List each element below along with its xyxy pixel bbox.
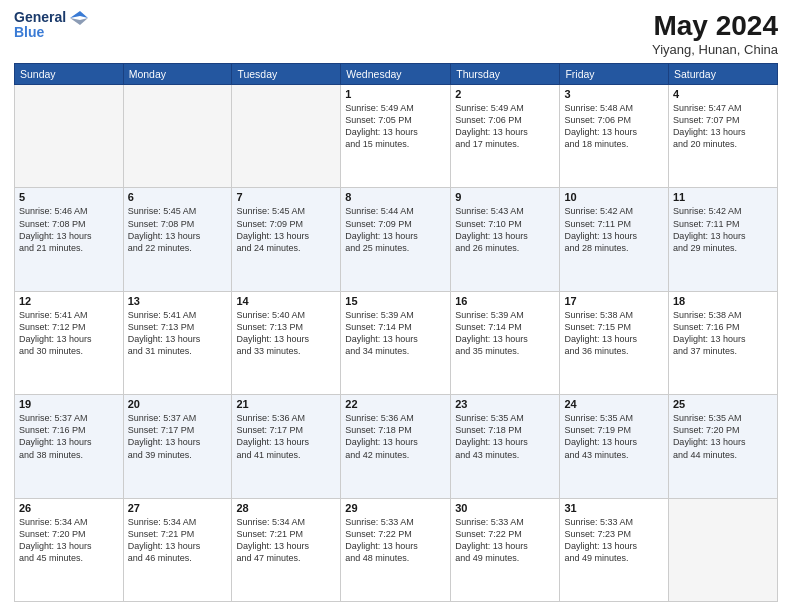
calendar-cell: 14Sunrise: 5:40 AM Sunset: 7:13 PM Dayli… bbox=[232, 291, 341, 394]
calendar-cell bbox=[15, 85, 124, 188]
cell-day-number: 20 bbox=[128, 398, 228, 410]
calendar-cell: 30Sunrise: 5:33 AM Sunset: 7:22 PM Dayli… bbox=[451, 498, 560, 601]
calendar-cell: 21Sunrise: 5:36 AM Sunset: 7:17 PM Dayli… bbox=[232, 395, 341, 498]
cell-info-text: Sunrise: 5:43 AM Sunset: 7:10 PM Dayligh… bbox=[455, 205, 555, 254]
cell-info-text: Sunrise: 5:44 AM Sunset: 7:09 PM Dayligh… bbox=[345, 205, 446, 254]
cell-day-number: 23 bbox=[455, 398, 555, 410]
week-row-4: 26Sunrise: 5:34 AM Sunset: 7:20 PM Dayli… bbox=[15, 498, 778, 601]
col-tuesday: Tuesday bbox=[232, 64, 341, 85]
cell-info-text: Sunrise: 5:35 AM Sunset: 7:18 PM Dayligh… bbox=[455, 412, 555, 461]
cell-info-text: Sunrise: 5:35 AM Sunset: 7:20 PM Dayligh… bbox=[673, 412, 773, 461]
cell-info-text: Sunrise: 5:41 AM Sunset: 7:12 PM Dayligh… bbox=[19, 309, 119, 358]
col-sunday: Sunday bbox=[15, 64, 124, 85]
col-monday: Monday bbox=[123, 64, 232, 85]
calendar-cell: 8Sunrise: 5:44 AM Sunset: 7:09 PM Daylig… bbox=[341, 188, 451, 291]
calendar-cell bbox=[232, 85, 341, 188]
cell-day-number: 29 bbox=[345, 502, 446, 514]
calendar-cell: 4Sunrise: 5:47 AM Sunset: 7:07 PM Daylig… bbox=[668, 85, 777, 188]
cell-info-text: Sunrise: 5:48 AM Sunset: 7:06 PM Dayligh… bbox=[564, 102, 663, 151]
calendar: Sunday Monday Tuesday Wednesday Thursday… bbox=[14, 63, 778, 602]
calendar-cell: 10Sunrise: 5:42 AM Sunset: 7:11 PM Dayli… bbox=[560, 188, 668, 291]
cell-info-text: Sunrise: 5:39 AM Sunset: 7:14 PM Dayligh… bbox=[455, 309, 555, 358]
calendar-cell: 29Sunrise: 5:33 AM Sunset: 7:22 PM Dayli… bbox=[341, 498, 451, 601]
cell-day-number: 2 bbox=[455, 88, 555, 100]
cell-info-text: Sunrise: 5:33 AM Sunset: 7:22 PM Dayligh… bbox=[455, 516, 555, 565]
cell-day-number: 8 bbox=[345, 191, 446, 203]
calendar-cell: 17Sunrise: 5:38 AM Sunset: 7:15 PM Dayli… bbox=[560, 291, 668, 394]
cell-day-number: 10 bbox=[564, 191, 663, 203]
cell-day-number: 15 bbox=[345, 295, 446, 307]
calendar-cell: 6Sunrise: 5:45 AM Sunset: 7:08 PM Daylig… bbox=[123, 188, 232, 291]
calendar-cell: 25Sunrise: 5:35 AM Sunset: 7:20 PM Dayli… bbox=[668, 395, 777, 498]
cell-info-text: Sunrise: 5:38 AM Sunset: 7:16 PM Dayligh… bbox=[673, 309, 773, 358]
cell-day-number: 9 bbox=[455, 191, 555, 203]
cell-day-number: 5 bbox=[19, 191, 119, 203]
cell-day-number: 16 bbox=[455, 295, 555, 307]
header: General Blue May 2024 Yiyang, Hunan, Chi… bbox=[14, 10, 778, 57]
calendar-cell: 31Sunrise: 5:33 AM Sunset: 7:23 PM Dayli… bbox=[560, 498, 668, 601]
calendar-cell: 2Sunrise: 5:49 AM Sunset: 7:06 PM Daylig… bbox=[451, 85, 560, 188]
calendar-cell: 23Sunrise: 5:35 AM Sunset: 7:18 PM Dayli… bbox=[451, 395, 560, 498]
calendar-body: 1Sunrise: 5:49 AM Sunset: 7:05 PM Daylig… bbox=[15, 85, 778, 602]
cell-day-number: 4 bbox=[673, 88, 773, 100]
col-friday: Friday bbox=[560, 64, 668, 85]
cell-info-text: Sunrise: 5:45 AM Sunset: 7:09 PM Dayligh… bbox=[236, 205, 336, 254]
cell-info-text: Sunrise: 5:34 AM Sunset: 7:21 PM Dayligh… bbox=[128, 516, 228, 565]
cell-day-number: 7 bbox=[236, 191, 336, 203]
cell-info-text: Sunrise: 5:33 AM Sunset: 7:22 PM Dayligh… bbox=[345, 516, 446, 565]
calendar-cell: 13Sunrise: 5:41 AM Sunset: 7:13 PM Dayli… bbox=[123, 291, 232, 394]
logo-text: General Blue bbox=[14, 10, 88, 41]
cell-info-text: Sunrise: 5:46 AM Sunset: 7:08 PM Dayligh… bbox=[19, 205, 119, 254]
cell-day-number: 26 bbox=[19, 502, 119, 514]
cell-day-number: 30 bbox=[455, 502, 555, 514]
cell-day-number: 6 bbox=[128, 191, 228, 203]
calendar-cell: 11Sunrise: 5:42 AM Sunset: 7:11 PM Dayli… bbox=[668, 188, 777, 291]
calendar-cell bbox=[668, 498, 777, 601]
logo: General Blue bbox=[14, 10, 88, 41]
svg-marker-1 bbox=[70, 18, 88, 25]
calendar-cell: 18Sunrise: 5:38 AM Sunset: 7:16 PM Dayli… bbox=[668, 291, 777, 394]
week-row-2: 12Sunrise: 5:41 AM Sunset: 7:12 PM Dayli… bbox=[15, 291, 778, 394]
cell-info-text: Sunrise: 5:36 AM Sunset: 7:18 PM Dayligh… bbox=[345, 412, 446, 461]
cell-day-number: 27 bbox=[128, 502, 228, 514]
cell-info-text: Sunrise: 5:40 AM Sunset: 7:13 PM Dayligh… bbox=[236, 309, 336, 358]
cell-day-number: 19 bbox=[19, 398, 119, 410]
cell-day-number: 24 bbox=[564, 398, 663, 410]
cell-day-number: 13 bbox=[128, 295, 228, 307]
col-saturday: Saturday bbox=[668, 64, 777, 85]
cell-info-text: Sunrise: 5:37 AM Sunset: 7:17 PM Dayligh… bbox=[128, 412, 228, 461]
cell-day-number: 17 bbox=[564, 295, 663, 307]
calendar-cell bbox=[123, 85, 232, 188]
cell-day-number: 1 bbox=[345, 88, 446, 100]
calendar-cell: 9Sunrise: 5:43 AM Sunset: 7:10 PM Daylig… bbox=[451, 188, 560, 291]
calendar-cell: 28Sunrise: 5:34 AM Sunset: 7:21 PM Dayli… bbox=[232, 498, 341, 601]
calendar-cell: 24Sunrise: 5:35 AM Sunset: 7:19 PM Dayli… bbox=[560, 395, 668, 498]
calendar-cell: 26Sunrise: 5:34 AM Sunset: 7:20 PM Dayli… bbox=[15, 498, 124, 601]
cell-day-number: 21 bbox=[236, 398, 336, 410]
cell-info-text: Sunrise: 5:36 AM Sunset: 7:17 PM Dayligh… bbox=[236, 412, 336, 461]
col-thursday: Thursday bbox=[451, 64, 560, 85]
cell-day-number: 11 bbox=[673, 191, 773, 203]
week-row-3: 19Sunrise: 5:37 AM Sunset: 7:16 PM Dayli… bbox=[15, 395, 778, 498]
cell-day-number: 12 bbox=[19, 295, 119, 307]
location: Yiyang, Hunan, China bbox=[652, 42, 778, 57]
calendar-cell: 3Sunrise: 5:48 AM Sunset: 7:06 PM Daylig… bbox=[560, 85, 668, 188]
page: General Blue May 2024 Yiyang, Hunan, Chi… bbox=[0, 0, 792, 612]
cell-day-number: 18 bbox=[673, 295, 773, 307]
cell-day-number: 28 bbox=[236, 502, 336, 514]
cell-info-text: Sunrise: 5:45 AM Sunset: 7:08 PM Dayligh… bbox=[128, 205, 228, 254]
calendar-cell: 19Sunrise: 5:37 AM Sunset: 7:16 PM Dayli… bbox=[15, 395, 124, 498]
calendar-cell: 27Sunrise: 5:34 AM Sunset: 7:21 PM Dayli… bbox=[123, 498, 232, 601]
cell-info-text: Sunrise: 5:47 AM Sunset: 7:07 PM Dayligh… bbox=[673, 102, 773, 151]
cell-info-text: Sunrise: 5:39 AM Sunset: 7:14 PM Dayligh… bbox=[345, 309, 446, 358]
cell-day-number: 25 bbox=[673, 398, 773, 410]
cell-info-text: Sunrise: 5:34 AM Sunset: 7:20 PM Dayligh… bbox=[19, 516, 119, 565]
cell-day-number: 22 bbox=[345, 398, 446, 410]
cell-day-number: 3 bbox=[564, 88, 663, 100]
cell-info-text: Sunrise: 5:34 AM Sunset: 7:21 PM Dayligh… bbox=[236, 516, 336, 565]
cell-info-text: Sunrise: 5:38 AM Sunset: 7:15 PM Dayligh… bbox=[564, 309, 663, 358]
cell-info-text: Sunrise: 5:33 AM Sunset: 7:23 PM Dayligh… bbox=[564, 516, 663, 565]
logo-bird-icon bbox=[70, 11, 88, 25]
cell-info-text: Sunrise: 5:42 AM Sunset: 7:11 PM Dayligh… bbox=[564, 205, 663, 254]
calendar-cell: 7Sunrise: 5:45 AM Sunset: 7:09 PM Daylig… bbox=[232, 188, 341, 291]
